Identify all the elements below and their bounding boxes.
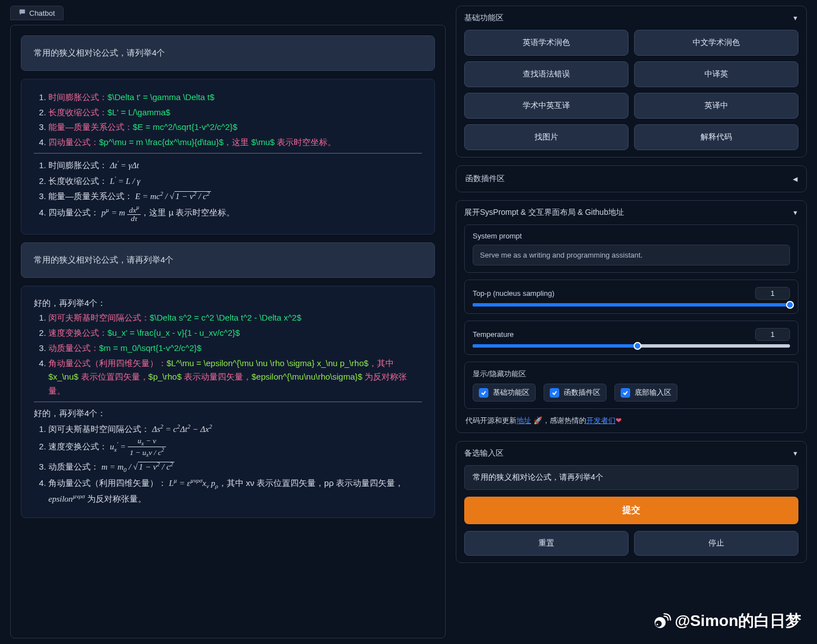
chevron-down-icon: ▼ [792, 209, 798, 216]
temperature-slider[interactable] [473, 344, 790, 348]
text: ，感谢热情的 [542, 416, 586, 425]
watermark: @Simon的白日梦 [652, 610, 801, 632]
latex-text: $m = m_0/\sqrt{1-v^2/c^2}$ [99, 343, 201, 353]
link-repo[interactable]: 地址 [517, 416, 531, 425]
checkbox-icon [479, 388, 488, 398]
btn-english-polish[interactable]: 英语学术润色 [464, 30, 629, 56]
math: m = m0 / √1 − v2 / c2 [101, 462, 174, 471]
text: 代码开源和更新 [465, 416, 517, 425]
list-label: 角动量公式（利用四维矢量）： [48, 358, 167, 368]
btn-en-to-zh[interactable]: 英译中 [634, 93, 798, 119]
check-bottom-input[interactable]: 底部输入区 [614, 384, 677, 402]
chevron-down-icon: ▼ [792, 15, 798, 21]
math: Lµ = εµνρσxν pρ [169, 479, 218, 488]
topp-value[interactable]: 1 [755, 287, 790, 300]
visibility-label: 显示/隐藏功能区 [473, 369, 790, 379]
text: ，其中 [369, 358, 394, 368]
panel-config: 展开SysPrompt & 交互界面布局 & Github地址 ▼ System… [456, 200, 807, 433]
sysprompt-input[interactable]: Serve me as a writing and programming as… [473, 245, 790, 265]
btn-academic-translate[interactable]: 学术中英互译 [464, 93, 629, 119]
latex-text: $x_\nu$ [48, 372, 78, 381]
list-label: 能量—质量关系公式： [48, 191, 133, 201]
answer-head: 好的，再列举4个： [34, 296, 422, 310]
btn-chinese-polish[interactable]: 中文学术润色 [634, 30, 798, 56]
list-label: 闵可夫斯基时空间隔公式： [48, 424, 150, 434]
user-text: 常用的狭义相对论公式，请列举4个 [34, 48, 165, 57]
panel-basic: 基础功能区 ▼ 英语学术润色 中文学术润色 查找语法错误 中译英 学术中英互译 … [456, 6, 807, 157]
submit-button[interactable]: 提交 [464, 497, 798, 524]
text: 为反对称张量。 [85, 494, 146, 503]
user-message: 常用的狭义相对论公式，请列举4个 [21, 35, 435, 71]
panel-header-plugins[interactable]: 函数插件区 ◀ [465, 174, 797, 184]
visibility-checks: 基础功能区 函数插件区 底部输入区 [473, 384, 790, 402]
check-plugins[interactable]: 函数插件区 [544, 384, 607, 402]
math: epsilonµνρσ [48, 494, 85, 503]
function-buttons: 英语学术润色 中文学术润色 查找语法错误 中译英 学术中英互译 英译中 找图片 … [464, 30, 798, 150]
user-message: 常用的狭义相对论公式，请再列举4个 [21, 242, 435, 278]
latex-text: $\mu$ [251, 137, 275, 147]
list-label: 速度变换公式： [48, 442, 107, 451]
heart-icon: ❤ [616, 416, 622, 425]
text: 表示动量四矢量， [182, 372, 252, 381]
weibo-icon [652, 611, 671, 631]
prompt-input[interactable]: 常用的狭义相对论公式，请再列举4个 [464, 465, 798, 490]
panel-title: 基础功能区 [464, 13, 504, 23]
reset-button[interactable]: 重置 [464, 531, 629, 556]
btn-explain-code[interactable]: 解释代码 [634, 124, 798, 150]
topp-slider-block: Top-p (nucleus sampling) 1 [464, 280, 798, 314]
divider [34, 402, 422, 402]
sysprompt-label: System prompt [473, 232, 790, 240]
math: Δs2 = c2Δt2 − Δx2 [152, 425, 212, 434]
divider [34, 153, 422, 154]
latex-text: $E = mc^2/\sqrt{1-v^2/c^2}$ [133, 122, 237, 132]
latex-text: $\Delta t' = \gamma \Delta t$ [107, 92, 214, 102]
panel-header-basic[interactable]: 基础功能区 ▼ [464, 13, 798, 23]
answer-rendered-list: 闵可夫斯基时空间隔公式： Δs2 = c2Δt2 − Δx2 速度变换公式： u… [34, 422, 422, 506]
tab-bar: Chatbot [10, 6, 446, 20]
text: ，其中 xν 表示位置四矢量，pρ 表示动量四矢量， [218, 478, 403, 488]
list-label: 速度变换公式： [48, 328, 107, 337]
topp-slider[interactable] [473, 303, 790, 307]
svg-point-1 [656, 620, 662, 627]
stop-button[interactable]: 停止 [634, 531, 798, 556]
math: L′ = L / γ [110, 177, 140, 186]
tab-label: Chatbot [29, 9, 55, 17]
btn-find-image[interactable]: 找图片 [464, 124, 629, 150]
temperature-slider-block: Temperature 1 [464, 321, 798, 355]
panel-header-input[interactable]: 备选输入区 ▼ [464, 448, 798, 458]
latex-text: $p^\mu = m \frac{dx^\mu}{d\tau}$ [99, 137, 223, 147]
checkbox-icon [550, 388, 559, 398]
math: Δt′ = γΔt [110, 161, 139, 170]
panel-header-config[interactable]: 展开SysPrompt & 交互界面布局 & Github地址 ▼ [464, 208, 798, 218]
user-text: 常用的狭义相对论公式，请再列举4个 [34, 255, 173, 264]
text: ，这里 µ 表示时空坐标。 [141, 208, 235, 217]
latex-text: $p_\rho$ [149, 372, 182, 381]
rocket-icon: 🚀 [533, 416, 542, 425]
topp-label: Top-p (nucleus sampling) [473, 289, 554, 298]
btn-find-grammar[interactable]: 查找语法错误 [464, 61, 629, 87]
panel-title: 备选输入区 [464, 448, 504, 458]
assistant-message: 好的，再列举4个： 闵可夫斯基时空间隔公式：$\Delta s^2 = c^2 … [21, 286, 435, 518]
text: 表示位置四矢量， [78, 372, 148, 381]
list-label: 四动量公式： [48, 208, 99, 217]
btn-zh-to-en[interactable]: 中译英 [634, 61, 798, 87]
chat-icon [19, 8, 26, 17]
math: pµ = m dxµdτ [101, 208, 141, 217]
panel-input: 备选输入区 ▼ 常用的狭义相对论公式，请再列举4个 提交 重置 停止 [456, 441, 807, 563]
sysprompt-block: System prompt Serve me as a writing and … [464, 224, 798, 273]
link-devs[interactable]: 开发者们 [586, 416, 616, 425]
check-basic[interactable]: 基础功能区 [473, 384, 536, 402]
list-label: 动质量公式： [48, 462, 99, 471]
list-label: 角动量公式（利用四维矢量）： [48, 478, 167, 488]
answer-raw-list: 闵可夫斯基时空间隔公式：$\Delta s^2 = c^2 \Delta t^2… [34, 311, 422, 398]
temperature-value[interactable]: 1 [755, 328, 790, 341]
tab-chatbot[interactable]: Chatbot [10, 6, 64, 20]
chat-body: 常用的狭义相对论公式，请列举4个 时间膨胀公式：$\Delta t' = \ga… [10, 25, 446, 638]
panel-title: 展开SysPrompt & 交互界面布局 & Github地址 [464, 208, 624, 218]
latex-text: $L^\mu = \epsilon^{\mu \nu \rho \sigma} … [167, 358, 369, 368]
math: E = mc2 / √1 − v2 / c2 [135, 192, 211, 201]
list-label: 动质量公式： [48, 343, 99, 353]
answer-raw-list: 时间膨胀公式：$\Delta t' = \gamma \Delta t$ 长度收… [34, 91, 422, 150]
list-label: 时间膨胀公式： [48, 160, 107, 170]
list-label: 时间膨胀公式： [48, 92, 107, 102]
